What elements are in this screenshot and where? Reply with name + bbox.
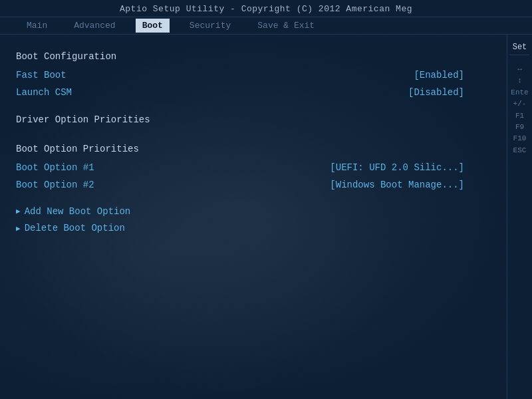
delete-boot-triangle-icon: ▶ <box>16 223 21 235</box>
section1-title: Boot Configuration <box>16 49 491 65</box>
key-esc: ESC <box>510 146 529 156</box>
boot-option2-label: Boot Option #2 <box>16 178 94 194</box>
add-boot-option-label: Add New Boot Option <box>25 204 131 220</box>
side-arrows: ↔ ↕ Ente +/- F1 F9 F10 ESC <box>510 65 529 156</box>
boot-option2-row[interactable]: Boot Option #2 [Windows Boot Manage...] <box>16 178 491 194</box>
boot-option1-row[interactable]: Boot Option #1 [UEFI: UFD 2.0 Silic...] <box>16 160 491 176</box>
spacer3 <box>16 195 491 203</box>
launch-csm-value: [Disabled] <box>408 85 464 101</box>
side-title: Set <box>510 40 529 55</box>
content-area: Boot Configuration Fast Boot [Enabled] L… <box>0 35 532 399</box>
add-boot-triangle-icon: ▶ <box>16 205 21 218</box>
fast-boot-label: Fast Boot <box>16 68 66 84</box>
key-f10: F10 <box>510 134 529 144</box>
main-area: Boot Configuration Fast Boot [Enabled] L… <box>0 35 507 399</box>
title-bar: Aptio Setup Utility - Copyright (C) 2012… <box>0 0 532 17</box>
key-enter: Ente <box>510 88 529 98</box>
delete-boot-option-item[interactable]: ▶ Delete Boot Option <box>16 221 491 237</box>
main-panel: Boot Configuration Fast Boot [Enabled] L… <box>0 35 507 399</box>
boot-option1-value: [UEFI: UFD 2.0 Silic...] <box>330 160 464 176</box>
spacer2 <box>16 131 491 139</box>
bios-screen: Aptio Setup Utility - Copyright (C) 2012… <box>0 0 532 399</box>
key-updown: ↕ <box>510 76 529 86</box>
key-plusminus: +/- <box>510 99 529 109</box>
nav-security[interactable]: Security <box>183 19 237 33</box>
boot-option1-label: Boot Option #1 <box>16 160 94 176</box>
launch-csm-label: Launch CSM <box>16 85 72 101</box>
section2-title: Driver Option Priorities <box>16 112 491 128</box>
side-panel: Set ↔ ↕ Ente +/- F1 F9 F10 ESC <box>507 35 532 399</box>
nav-main[interactable]: Main <box>20 19 54 33</box>
fast-boot-row[interactable]: Fast Boot [Enabled] <box>16 68 491 84</box>
key-f1: F1 <box>510 111 529 121</box>
spacer1 <box>16 102 491 110</box>
key-leftright: ↔ <box>510 65 529 74</box>
title-text: Aptio Setup Utility - Copyright (C) 2012… <box>120 4 412 14</box>
nav-advanced[interactable]: Advanced <box>67 19 122 33</box>
section3-title: Boot Option Priorities <box>16 142 491 158</box>
nav-bar: Main Advanced Boot Security Save & Exit <box>0 17 532 35</box>
add-boot-option-item[interactable]: ▶ Add New Boot Option <box>16 204 491 220</box>
delete-boot-option-label: Delete Boot Option <box>25 221 125 237</box>
boot-option2-value: [Windows Boot Manage...] <box>330 178 464 194</box>
nav-boot[interactable]: Boot <box>136 19 170 33</box>
fast-boot-value: [Enabled] <box>414 68 464 84</box>
key-f9: F9 <box>510 122 529 132</box>
launch-csm-row[interactable]: Launch CSM [Disabled] <box>16 85 491 101</box>
nav-save-exit[interactable]: Save & Exit <box>251 19 321 33</box>
